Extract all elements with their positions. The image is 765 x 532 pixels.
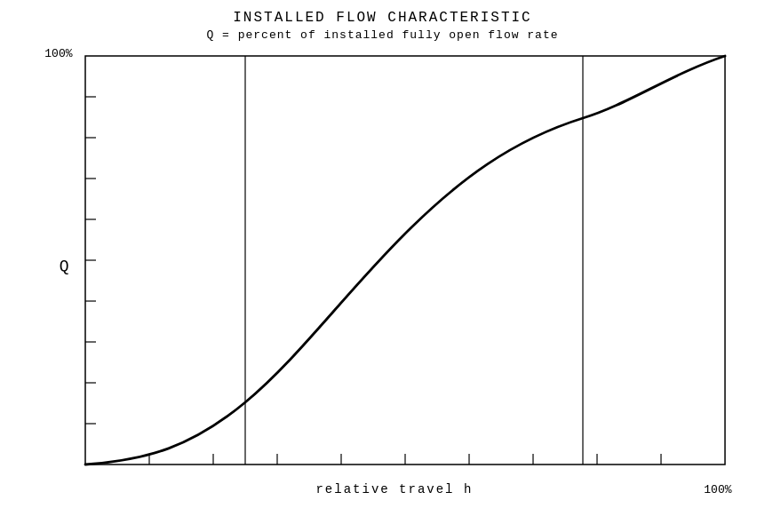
chart-subtitle: Q = percent of installed fully open flow…	[206, 28, 558, 42]
x-right-label: 100%	[704, 483, 733, 496]
svg-rect-0	[85, 56, 725, 465]
chart-svg	[76, 47, 734, 482]
chart-title: INSTALLED FLOW CHARACTERISTIC	[233, 7, 531, 28]
chart-area: 100% Q	[32, 47, 734, 496]
y-top-label: 100%	[44, 47, 72, 62]
title-line1: INSTALLED FLOW CHARACTERISTIC	[233, 7, 531, 28]
chart-container: INSTALLED FLOW CHARACTERISTIC Q = percen…	[0, 0, 765, 532]
svg-wrapper: relative travel h 100%	[76, 47, 734, 496]
x-axis-label: relative travel h	[85, 482, 705, 496]
bottom-labels: relative travel h 100%	[76, 482, 734, 496]
y-axis-label: Q	[60, 62, 73, 470]
